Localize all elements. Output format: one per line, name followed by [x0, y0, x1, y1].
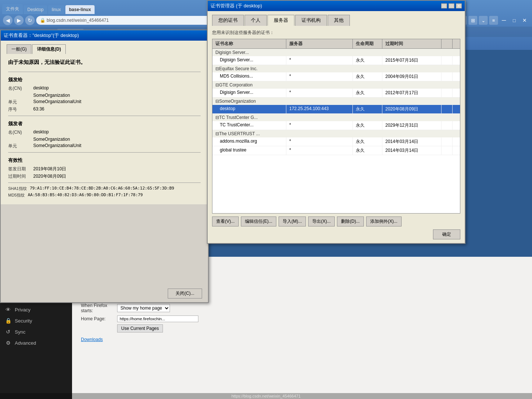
fingerprint-md5-label: MD5指纹: [8, 192, 25, 198]
cert-cn-value-to: desktop: [33, 85, 49, 92]
group-digisign: Digisign Server...: [212, 49, 460, 56]
sync-icon: ↺: [5, 329, 11, 335]
downloads-link[interactable]: Downloads: [81, 337, 523, 342]
menu-icon[interactable]: ≡: [489, 16, 498, 25]
cell-name: addons.mozilla.org: [212, 137, 286, 146]
ok-button[interactable]: 确定: [433, 229, 460, 239]
cm-tab-your-certs[interactable]: 您的证书: [212, 15, 244, 26]
sidebar-item-security[interactable]: 🔒 Security: [0, 315, 72, 326]
cert-expires-row: 过期时间 2020年08月09日: [8, 173, 201, 180]
table-row[interactable]: global trustee * 永久 2014年03月14日: [212, 146, 460, 155]
home-page-input[interactable]: [117, 316, 198, 322]
when-starts-select[interactable]: Show my home page: [117, 304, 170, 312]
url-display: 🔒 blog.csdn.net/weixin_45466471: [40, 18, 109, 23]
cert-viewer-body: 一般(G) 详细信息(D) 由于未知原因，无法验证此证书。 颁发给 名(CN) …: [1, 41, 208, 204]
cm-tab-authorities[interactable]: 证书机构: [295, 15, 327, 26]
titlebar-close[interactable]: ✕: [456, 3, 462, 8]
cert-ou-label-by: 单元: [8, 143, 30, 149]
cert-cn-row-to: 名(CN) desktop: [8, 85, 201, 92]
tab-desktop[interactable]: Desktop: [24, 5, 47, 14]
group-gte: ⊟GTE Corporation: [212, 81, 460, 89]
cell-extra: [441, 89, 453, 97]
col-lifetime: 生命周期: [353, 39, 382, 48]
cell-name: global trustee: [212, 146, 286, 155]
tab-linux[interactable]: linux: [48, 5, 65, 14]
cell-expires: 2004年09月01日: [382, 72, 441, 81]
cell-extra: [441, 137, 453, 146]
tab-base-linux[interactable]: base-linux: [65, 5, 95, 14]
cert-expires-label: 过期时间: [8, 173, 30, 180]
cell-lifetime: 永久: [353, 72, 382, 81]
view-cert-button[interactable]: 查看(V)...: [212, 216, 239, 226]
cell-extra: [441, 146, 453, 155]
home-page-row: Home Page:: [81, 316, 523, 322]
cert-viewer-footer: 关闭(C)...: [168, 289, 202, 299]
cert-viewer-tab-detail[interactable]: 详细信息(D): [32, 44, 66, 54]
cell-lifetime: 永久: [353, 146, 382, 155]
cert-table: 证书名称 服务器 生命周期 过期时间 Digisign Server... Di…: [212, 39, 460, 214]
cert-serial-label: 序号: [8, 106, 30, 113]
titlebar-minimize[interactable]: ─: [441, 3, 447, 8]
cert-issued-date-label: 签发日期: [8, 166, 30, 172]
sidebar-item-privacy[interactable]: 👁 Privacy: [0, 304, 72, 315]
cert-manager-tabs: 您的证书 个人 服务器 证书机构 其他: [212, 15, 460, 26]
privacy-icon: 👁: [5, 307, 11, 313]
back-button[interactable]: ◀: [3, 16, 13, 25]
cell-extra: [441, 105, 453, 113]
cert-viewer-close-button[interactable]: 关闭(C)...: [168, 289, 202, 299]
col-cert-name: 证书名称: [212, 39, 286, 48]
sidebar-item-advanced-label: Advanced: [15, 340, 36, 346]
delete-cert-button[interactable]: 删除(D)...: [337, 216, 364, 226]
col-expires: 过期时间: [382, 39, 441, 48]
cm-tab-others[interactable]: 其他: [328, 15, 350, 26]
tab-folder[interactable]: 文件夹: [2, 4, 23, 14]
cert-manager-body: 您的证书 个人 服务器 证书机构 其他 您用未识别这些服务器的证书： 证书名称 …: [208, 11, 465, 243]
when-starts-row: When Firefox starts: Show my home page: [81, 303, 523, 313]
cert-cn-row-by: 名(CN) desktop: [8, 129, 201, 136]
cert-issued-date-row: 签发日期 2019年08月10日: [8, 166, 201, 172]
edit-trust-button[interactable]: 编辑信任(E)...: [241, 216, 276, 226]
sidebar-item-sync[interactable]: ↺ Sync: [0, 326, 72, 337]
grid-view-icon[interactable]: ⊞: [468, 16, 477, 25]
validity-title: 有效性: [8, 157, 201, 164]
cert-viewer-window: 证书查看器："desktop"(于 desktop) 一般(G) 详细信息(D)…: [0, 30, 209, 303]
sort-icon[interactable]: ⌄: [479, 16, 488, 25]
cert-viewer-content: 由于未知原因，无法验证此证书。 颁发给 名(CN) desktop SomeOr…: [7, 58, 202, 201]
table-row[interactable]: Digisign Server... * 永久 2012年07月17日: [212, 89, 460, 98]
fingerprint-sha1-value: 79:A1:FF:10:CE:B4:78:CE:BD:2B:A0:C6:A6:6…: [30, 186, 174, 191]
fingerprint-md5-value: AA:58:B3:B5:40:82:D3:A6:9D:80:DD:B1:F7:1…: [28, 192, 143, 198]
cell-lifetime: 永久: [353, 121, 382, 130]
use-current-pages-button[interactable]: Use Current Pages: [117, 324, 163, 332]
cell-server: *: [286, 121, 353, 130]
cert-viewer-title-text: 证书查看器："desktop"(于 desktop): [4, 32, 79, 39]
cell-name: desktop: [212, 105, 286, 113]
cert-manager-titlebar: 证书管理器 (于 desktop) ─ □ ✕: [208, 1, 465, 11]
forward-button[interactable]: ▶: [14, 16, 24, 25]
cert-table-body: Digisign Server... Digisign Server... * …: [212, 49, 460, 155]
sidebar-item-advanced[interactable]: ⚙ Advanced: [0, 337, 72, 348]
refresh-button[interactable]: ↻: [25, 16, 35, 25]
import-cert-button[interactable]: 导入(M)...: [279, 216, 306, 226]
cert-issued-date-value: 2019年08月10日: [33, 166, 66, 172]
cm-tab-servers[interactable]: 服务器: [267, 15, 294, 26]
table-row[interactable]: Digisign Server... * 永久 2015年07月16日: [212, 56, 460, 65]
cm-tab-personal[interactable]: 个人: [245, 15, 267, 26]
close-window-button[interactable]: ✕: [520, 16, 529, 25]
minimize-button[interactable]: ─: [499, 16, 508, 25]
cert-o-value-to: SomeOrganization: [33, 93, 70, 98]
table-row[interactable]: addons.mozilla.org * 永久 2014年03月14日: [212, 137, 460, 146]
table-row[interactable]: TC TrustCenter... * 永久 2029年12月31日: [212, 121, 460, 130]
add-exception-button[interactable]: 添加例外(X)...: [366, 216, 402, 226]
table-row[interactable]: MD5 Collisions... * 永久 2004年09月01日: [212, 72, 460, 81]
cell-expires: 2014年03月14日: [382, 146, 441, 155]
cert-viewer-tab-general[interactable]: 一般(G): [7, 44, 31, 54]
maximize-button[interactable]: □: [510, 16, 519, 25]
table-row-selected[interactable]: desktop 172.25.254.100:443 永久 2020年08月09…: [212, 105, 460, 114]
cert-viewer-titlebar: 证书查看器："desktop"(于 desktop): [1, 30, 208, 41]
cert-manager-buttons: 查看(V)... 编辑信任(E)... 导入(M)... 导出(X)... 删除…: [212, 216, 460, 226]
titlebar-maximize[interactable]: □: [449, 3, 454, 8]
cell-server: *: [286, 146, 353, 155]
export-cert-button[interactable]: 导出(X)...: [308, 216, 335, 226]
sidebar-item-sync-label: Sync: [15, 329, 25, 335]
cell-name: MD5 Collisions...: [212, 72, 286, 81]
